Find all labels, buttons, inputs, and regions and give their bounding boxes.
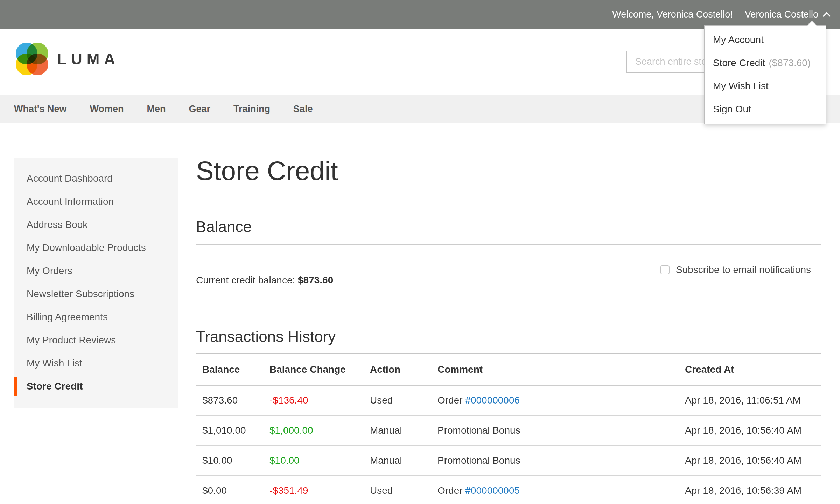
transactions-table-header: BalanceBalance ChangeActionCommentCreate… — [196, 354, 821, 385]
sidebar-item[interactable]: Address Book — [14, 213, 178, 236]
cell-created-at: Apr 18, 2016, 10:56:40 AM — [679, 415, 821, 446]
account-dropdown-item[interactable]: My Wish List — [705, 75, 826, 98]
column-header: Action — [364, 354, 431, 385]
column-header: Created At — [679, 354, 821, 385]
sidebar-item[interactable]: My Wish List — [14, 352, 178, 375]
nav-item[interactable]: What's New — [14, 104, 66, 114]
account-dropdown: My Account Store Credit($873.60) My Wish… — [704, 25, 826, 124]
sidebar-item[interactable]: Account Information — [14, 190, 178, 213]
divider — [196, 244, 821, 245]
cell-balance: $1,010.00 — [196, 415, 263, 446]
cell-created-at: Apr 18, 2016, 10:56:39 AM — [679, 476, 821, 504]
account-sidebar: Account DashboardAccount InformationAddr… — [14, 158, 178, 408]
cell-comment: Promotional Bonus — [431, 446, 679, 476]
transaction-row: $10.00 $10.00 Manual Promotional Bonus A… — [196, 446, 821, 476]
cell-balance: $873.60 — [196, 385, 263, 415]
transaction-row: $0.00 -$351.49 Used Order #000000005 Apr… — [196, 476, 821, 504]
cell-action: Manual — [364, 446, 431, 476]
account-dropdown-item[interactable]: Sign Out — [705, 98, 826, 121]
dropdown-item-label: Sign Out — [713, 104, 751, 114]
cell-balance-change: -$136.40 — [263, 385, 364, 415]
comment-text: Promotional Bonus — [438, 425, 520, 436]
account-dropdown-list: My Account Store Credit($873.60) My Wish… — [705, 26, 826, 124]
account-menu-toggle[interactable]: Veronica Costello — [745, 9, 830, 20]
order-link[interactable]: #000000006 — [465, 395, 520, 406]
transaction-row: $1,010.00 $1,000.00 Manual Promotional B… — [196, 415, 821, 446]
top-bar: Welcome, Veronica Costello! Veronica Cos… — [0, 0, 840, 29]
transactions-table: BalanceBalance ChangeActionCommentCreate… — [196, 354, 821, 504]
sidebar-item[interactable]: Account Dashboard — [14, 167, 178, 190]
sidebar-item[interactable]: My Product Reviews — [14, 329, 178, 352]
cell-balance: $10.00 — [196, 446, 263, 476]
cell-balance-change: $1,000.00 — [263, 415, 364, 446]
balance-heading: Balance — [196, 218, 252, 235]
luma-logo-icon — [16, 43, 49, 76]
dropdown-item-label: My Wish List — [713, 80, 769, 91]
cell-balance-change: -$351.49 — [263, 476, 364, 504]
nav-item[interactable]: Women — [90, 104, 124, 114]
current-balance-value: $873.60 — [298, 275, 333, 286]
transactions-heading: Transactions History — [196, 328, 336, 345]
cell-comment: Promotional Bonus — [431, 415, 679, 446]
welcome-message: Welcome, Veronica Costello! — [612, 9, 733, 20]
logo-text: LUMA — [57, 50, 120, 68]
page-root: Welcome, Veronica Costello! Veronica Cos… — [0, 0, 840, 504]
comment-text: Order — [438, 485, 463, 496]
cell-comment: Order #000000006 — [431, 385, 679, 415]
sidebar-item[interactable]: Newsletter Subscriptions — [14, 282, 178, 306]
subscribe-row: Subscribe to email notifications — [660, 264, 811, 275]
cell-action: Manual — [364, 415, 431, 446]
cell-comment: Order #000000005 — [431, 476, 679, 504]
column-header: Comment — [431, 354, 679, 385]
column-header: Balance — [196, 354, 263, 385]
sidebar-item[interactable]: My Orders — [14, 259, 178, 282]
sidebar-list: Account DashboardAccount InformationAddr… — [14, 167, 178, 398]
cell-created-at: Apr 18, 2016, 10:56:40 AM — [679, 446, 821, 476]
store-logo[interactable]: LUMA — [16, 43, 120, 76]
column-header: Balance Change — [263, 354, 364, 385]
cell-action: Used — [364, 385, 431, 415]
order-link[interactable]: #000000005 — [465, 485, 520, 496]
nav-item[interactable]: Men — [147, 104, 166, 114]
dropdown-item-label: My Account — [713, 34, 764, 45]
subscribe-checkbox[interactable] — [660, 265, 670, 274]
transaction-row: $873.60 -$136.40 Used Order #000000006 A… — [196, 385, 821, 415]
sidebar-item[interactable]: Billing Agreements — [14, 306, 178, 329]
nav-item[interactable]: Training — [233, 104, 270, 114]
transactions-table-body: $873.60 -$136.40 Used Order #000000006 A… — [196, 385, 821, 504]
chevron-up-icon — [823, 12, 831, 20]
dropdown-item-amount: ($873.60) — [769, 57, 811, 68]
header-row: BalanceBalance ChangeActionCommentCreate… — [196, 354, 821, 385]
comment-text: Promotional Bonus — [438, 455, 520, 466]
account-name: Veronica Costello — [745, 9, 818, 20]
cell-action: Used — [364, 476, 431, 504]
sidebar-item[interactable]: Store Credit — [14, 375, 178, 398]
sidebar-item[interactable]: My Downloadable Products — [14, 236, 178, 259]
cell-balance-change: $10.00 — [263, 446, 364, 476]
account-dropdown-item[interactable]: My Account — [705, 28, 826, 51]
nav-item[interactable]: Gear — [189, 104, 210, 114]
page-title: Store Credit — [196, 156, 338, 186]
subscribe-label[interactable]: Subscribe to email notifications — [676, 264, 811, 275]
comment-text: Order — [438, 395, 463, 406]
dropdown-item-label: Store Credit — [713, 57, 765, 68]
nav-item[interactable]: Sale — [293, 104, 313, 114]
cell-created-at: Apr 18, 2016, 11:06:51 AM — [679, 385, 821, 415]
account-dropdown-item[interactable]: Store Credit($873.60) — [705, 51, 826, 75]
cell-balance: $0.00 — [196, 476, 263, 504]
current-balance-label: Current credit balance: — [196, 275, 295, 286]
current-balance-line: Current credit balance: $873.60 — [196, 275, 333, 286]
